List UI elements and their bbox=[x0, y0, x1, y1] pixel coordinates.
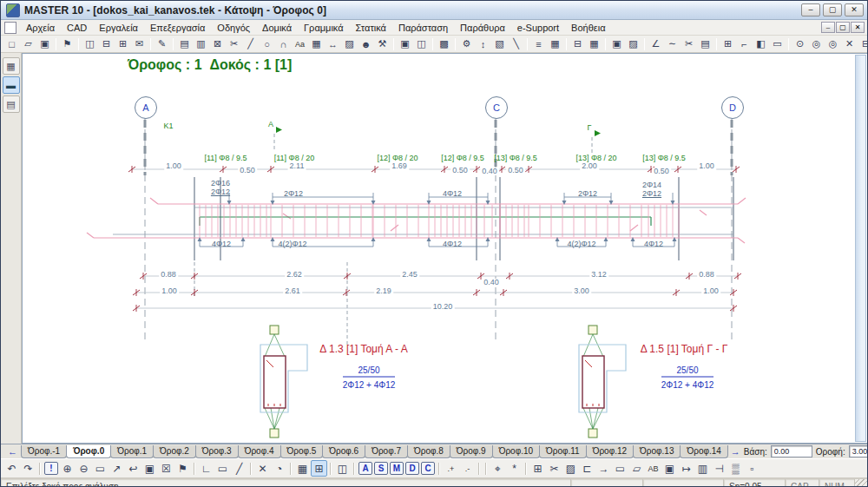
tab-Όροφ.14[interactable]: Όροφ.14 bbox=[680, 445, 727, 458]
cut-region-icon[interactable]: ✂ bbox=[546, 460, 562, 477]
calculator-icon[interactable]: ▦ bbox=[547, 36, 563, 51]
copy-properties-icon[interactable]: ◫ bbox=[334, 460, 351, 477]
tab-Όροφ.0[interactable]: Όροφ.0 bbox=[66, 445, 111, 458]
print-drawing-icon[interactable]: ⊟ bbox=[569, 36, 586, 51]
maximize-button[interactable]: ▢ bbox=[823, 3, 842, 16]
small-box-icon[interactable]: ▫ bbox=[744, 460, 760, 477]
section-cut-icon[interactable]: ∠ bbox=[648, 36, 664, 51]
tab-Όροφ.5[interactable]: Όροφ.5 bbox=[280, 445, 324, 458]
point-plus-button[interactable]: .+ bbox=[443, 460, 459, 477]
zoom-previous-icon[interactable]: ↩ bbox=[125, 460, 141, 477]
zoom-in-icon[interactable]: ⊕ bbox=[59, 460, 76, 477]
joint-icon[interactable]: ↦ bbox=[678, 460, 694, 477]
palette-icon[interactable]: ▨ bbox=[625, 36, 641, 51]
view-3d-icon[interactable]: ▤ bbox=[697, 36, 713, 51]
send-mail-icon[interactable]: ✉ bbox=[131, 36, 148, 51]
ruler-icon[interactable]: ▭ bbox=[214, 460, 231, 477]
tab-Όροφ.-1[interactable]: Όροφ.-1 bbox=[21, 445, 67, 458]
find-next-icon[interactable]: ◎ bbox=[825, 36, 841, 51]
roof-level-input[interactable]: 3.00 bbox=[849, 445, 868, 457]
tab-Όροφ.8[interactable]: Όροφ.8 bbox=[407, 445, 450, 458]
settings-icon[interactable]: ⚙ bbox=[458, 36, 475, 51]
image-icon[interactable]: ▣ bbox=[608, 36, 625, 51]
panel-corner-icon[interactable]: ⌐ bbox=[736, 36, 753, 51]
redo-icon[interactable]: ↷ bbox=[20, 460, 36, 477]
paint-icon[interactable]: ▧ bbox=[491, 36, 508, 51]
corner-icon[interactable]: ∟ bbox=[198, 460, 214, 477]
resize-grip[interactable] bbox=[855, 479, 867, 487]
view-beam-detail-button[interactable]: ▬ bbox=[3, 76, 20, 94]
close-button[interactable]: ✕ bbox=[845, 3, 864, 16]
flag-icon[interactable]: ⚑ bbox=[174, 460, 191, 477]
endpoint-icon[interactable]: → bbox=[595, 460, 612, 477]
menu-βοήθεια[interactable]: Βοήθεια bbox=[565, 22, 611, 34]
child-minimize-button[interactable]: – bbox=[821, 22, 835, 33]
rebar-table-icon[interactable]: ▦ bbox=[586, 36, 602, 51]
alert-icon[interactable]: ! bbox=[44, 462, 58, 475]
menu-e-support[interactable]: e-Support bbox=[511, 22, 565, 34]
user-icon[interactable]: ☻ bbox=[358, 36, 374, 51]
tools-icon[interactable]: ⚒ bbox=[374, 36, 391, 51]
parallelogram-icon[interactable]: ▱ bbox=[628, 460, 645, 477]
zoom-out-icon[interactable]: ⊖ bbox=[76, 460, 92, 477]
frame-icon[interactable]: ▣ bbox=[141, 460, 158, 477]
mouse-mode-icon[interactable]: ⌖ bbox=[490, 460, 506, 477]
edit-layer-icon[interactable]: ▥ bbox=[193, 36, 209, 51]
project-stamp-icon[interactable]: ⚑ bbox=[59, 36, 76, 51]
tab-Όροφ.2[interactable]: Όροφ.2 bbox=[153, 445, 196, 458]
mode-a-button[interactable]: A bbox=[358, 462, 372, 475]
grid-icon[interactable]: ⊠ bbox=[209, 36, 226, 51]
vertical-scrollbar[interactable] bbox=[855, 55, 866, 442]
label-ab-icon[interactable]: ΑΒ bbox=[645, 460, 661, 477]
cut-beam-icon[interactable]: ✂ bbox=[681, 36, 697, 51]
base-level-input[interactable]: 0.00 bbox=[771, 445, 812, 457]
menu-δομικά[interactable]: Δομικά bbox=[256, 22, 298, 34]
trim-icon[interactable]: ✂ bbox=[226, 36, 242, 51]
move-label-icon[interactable]: ↕ bbox=[475, 36, 491, 51]
panel-half-icon[interactable]: ◧ bbox=[753, 36, 769, 51]
find-icon[interactable]: ◎ bbox=[808, 36, 825, 51]
protractor-icon[interactable]: ◔ bbox=[271, 460, 287, 477]
window-cascade-icon[interactable]: ◫ bbox=[413, 36, 430, 51]
mode-m-button[interactable]: M bbox=[390, 462, 404, 475]
draw-line-icon[interactable]: ╱ bbox=[231, 460, 247, 477]
minimize-button[interactable]: – bbox=[801, 3, 820, 16]
edit-table-icon[interactable]: ▦ bbox=[294, 460, 311, 477]
menu-γραμμικά[interactable]: Γραμμικά bbox=[298, 22, 350, 34]
comment-icon[interactable]: ▭ bbox=[769, 36, 786, 51]
delete-icon[interactable]: ✕ bbox=[841, 36, 858, 51]
drawing-canvas[interactable]: ACDΌροφος : 1 Δοκός : 1 [1]K1AΓ[11] Φ8 /… bbox=[22, 53, 867, 444]
tabs-scroll-right-button[interactable]: → bbox=[727, 445, 744, 457]
save-file-icon[interactable]: ▣ bbox=[36, 36, 53, 51]
tab-Όροφ.7[interactable]: Όροφ.7 bbox=[365, 445, 408, 458]
zoom-dynamic-icon[interactable]: ↗ bbox=[108, 460, 125, 477]
tab-Όροφ.6[interactable]: Όροφ.6 bbox=[322, 445, 365, 458]
hatch-region-icon[interactable]: ▨ bbox=[562, 460, 579, 477]
view-tables-button[interactable]: ▤ bbox=[3, 95, 20, 113]
panel-grid-icon[interactable]: ⊞ bbox=[720, 36, 736, 51]
new-file-icon[interactable]: □ bbox=[3, 36, 20, 51]
menu-cad[interactable]: CAD bbox=[61, 22, 93, 34]
child-restore-button[interactable]: ▢ bbox=[836, 22, 850, 33]
line-icon[interactable]: ╱ bbox=[242, 36, 259, 51]
menu-στατικά[interactable]: Στατικά bbox=[350, 22, 392, 34]
redraw-icon[interactable]: ☒ bbox=[158, 460, 174, 477]
tabs-scroll-left-button[interactable]: ← bbox=[4, 445, 21, 457]
mode-s-button[interactable]: S bbox=[374, 462, 388, 475]
erase-icon[interactable]: ╲ bbox=[508, 36, 524, 51]
grid-snap-icon[interactable]: ⊞ bbox=[529, 460, 546, 477]
menu-αρχεία[interactable]: Αρχεία bbox=[20, 22, 61, 34]
tab-Όροφ.12[interactable]: Όροφ.12 bbox=[586, 445, 634, 458]
print-icon[interactable]: ⊟ bbox=[98, 36, 115, 51]
slope-icon[interactable]: ∼ bbox=[664, 36, 681, 51]
menu-παράσταση[interactable]: Παράσταση bbox=[392, 22, 454, 34]
table-icon[interactable]: ▦ bbox=[308, 36, 325, 51]
select-layer-icon[interactable]: ▤ bbox=[176, 36, 193, 51]
tab-Όροφ.3[interactable]: Όροφ.3 bbox=[195, 445, 239, 458]
tab-Όροφ.9[interactable]: Όροφ.9 bbox=[450, 445, 493, 458]
open-file-icon[interactable]: ▱ bbox=[20, 36, 36, 51]
undo-icon[interactable]: ↶ bbox=[3, 460, 20, 477]
tab-Όροφ.13[interactable]: Όροφ.13 bbox=[633, 445, 681, 458]
point-minus-button[interactable]: .- bbox=[459, 460, 476, 477]
circle-icon[interactable]: ○ bbox=[259, 36, 275, 51]
